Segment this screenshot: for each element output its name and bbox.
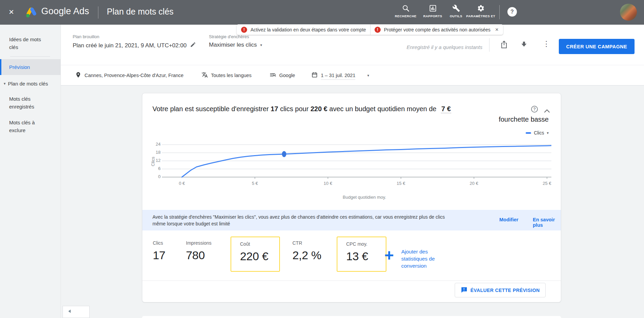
notification-divider — [370, 24, 371, 35]
info-text: Avec la stratégie d'enchères "Maximiser … — [152, 214, 457, 227]
strategy-dropdown[interactable]: Maximiser les clics ▾ — [209, 42, 262, 48]
forecast-chart-svg[interactable] — [162, 140, 551, 180]
legend-series-icon — [526, 132, 531, 134]
collapse-left-icon — [67, 309, 72, 315]
learn-more-link[interactable]: En savoir plus — [533, 217, 561, 228]
forecast-card: Votre plan est susceptible d'enregistrer… — [142, 93, 561, 302]
download-icon[interactable] — [520, 40, 528, 50]
add-conversion-link[interactable]: Ajouter des statistiques de conversion — [401, 248, 445, 269]
stat-impressions: Impressions 780 — [186, 240, 211, 262]
x-tick: 15 € — [391, 181, 411, 186]
x-tick: 20 € — [464, 181, 484, 186]
sidebar-item-plan-de-mots-cles[interactable]: ▾ Plan de mots clés — [0, 79, 61, 88]
chart-legend[interactable]: Clics ▾ — [526, 130, 549, 136]
close-icon[interactable]: × — [9, 7, 14, 17]
stat-cout-highlighted: Coût 220 € — [231, 237, 280, 272]
chevron-down-icon: ▾ — [260, 43, 262, 47]
collapse-panel-button[interactable] — [63, 306, 90, 318]
location-filter[interactable]: Cannes, Provence-Alpes-Côte d'Azur, Fran… — [75, 65, 184, 85]
x-tick: 0 € — [172, 181, 192, 186]
add-plus-icon[interactable]: + — [384, 248, 394, 263]
sidebar-item-mots-cles-a-exclure[interactable]: Mots clés à exclure — [0, 119, 61, 134]
tools-icon — [452, 7, 460, 13]
create-campaign-button[interactable]: CRÉER UNE CAMPAGNE — [559, 39, 635, 54]
x-tick: 10 € — [318, 181, 338, 186]
account-avatar[interactable] — [620, 4, 637, 21]
notification-message-2[interactable]: Protéger votre compte des activités non … — [384, 27, 491, 32]
next-card-edge — [142, 316, 561, 318]
chevron-down-icon: ▾ — [547, 131, 549, 135]
stat-ctr: CTR 2,2 % — [292, 240, 321, 262]
network-search-icon — [269, 72, 276, 79]
collapse-chevron-icon[interactable] — [544, 108, 550, 114]
help-circle-icon[interactable]: ? — [531, 106, 538, 113]
card-divider — [142, 280, 561, 281]
topbar: × Google Ads Plan de mots clés RECHERCHE… — [0, 0, 644, 25]
y-tick: 12 — [156, 158, 161, 163]
range-note: fourchette basse — [499, 116, 549, 123]
notification-close-icon[interactable]: × — [495, 26, 499, 33]
strategy-info-bar: Avec la stratégie d'enchères "Maximiser … — [142, 210, 561, 230]
y-axis-label: Clics — [150, 157, 156, 166]
nav-parametres[interactable]: PARAMÈTRES ET — [465, 4, 496, 18]
forecast-clicks-value: 17 — [271, 105, 278, 113]
location-pin-icon — [75, 72, 81, 79]
alert-icon: ! — [375, 27, 381, 33]
topbar-divider — [499, 5, 500, 19]
notification-message-1[interactable]: Activez la validation en deux étapes dan… — [251, 27, 366, 32]
google-ads-logo-icon — [25, 6, 38, 19]
expand-arrow-icon: ▾ — [4, 80, 6, 88]
header-divider — [489, 38, 490, 52]
budget-value[interactable]: 7 € — [441, 105, 452, 113]
topbar-divider — [98, 6, 98, 19]
reports-icon — [429, 7, 437, 13]
translate-icon — [201, 72, 208, 79]
feedback-icon — [461, 287, 467, 294]
help-icon[interactable]: ? — [507, 7, 517, 17]
chart-highlight-point — [282, 151, 286, 157]
more-vertical-icon[interactable]: ⋮ — [543, 40, 550, 48]
page-title: Plan de mots clés — [107, 7, 173, 17]
saved-status: Enregistré il y a quelques instants — [407, 44, 482, 50]
calendar-icon — [311, 72, 318, 79]
x-tick: 5 € — [245, 181, 265, 186]
network-filter[interactable]: Google — [269, 65, 295, 85]
notification-bar: ! Activez la validation en deux étapes d… — [237, 24, 503, 35]
modify-link[interactable]: Modifier — [499, 217, 518, 222]
search-icon — [402, 7, 410, 13]
sidebar-item-prevision[interactable]: Prévision — [0, 59, 61, 75]
y-tick: 6 — [158, 166, 161, 171]
y-tick: 18 — [156, 150, 161, 155]
filter-bar: Cannes, Provence-Alpes-Côte d'Azur, Fran… — [61, 65, 644, 85]
stat-clics: Clics 17 — [153, 240, 165, 262]
date-range-filter[interactable]: 1 – 31 juil. 2021 ▾ — [311, 65, 369, 85]
strategy-label: Stratégie d'enchères — [209, 34, 249, 39]
edit-pencil-icon[interactable] — [190, 42, 196, 49]
share-icon[interactable] — [500, 40, 508, 50]
settings-gear-icon — [477, 7, 485, 13]
language-filter[interactable]: Toutes les langues — [201, 65, 252, 85]
forecast-cost-value: 220 € — [310, 105, 327, 113]
stat-cpc-highlighted: CPC moy. 13 € — [337, 237, 386, 272]
sidebar: Idées de mots clés Prévision ▾ Plan de m… — [0, 25, 61, 318]
y-tick: 24 — [156, 142, 161, 147]
sidebar-item-idees-de-mots-cles[interactable]: Idées de mots clés — [0, 35, 61, 51]
brand-name[interactable]: Google Ads — [41, 6, 89, 17]
chevron-down-icon: ▾ — [367, 73, 369, 78]
x-tick: 25 € — [537, 181, 557, 186]
evaluate-forecast-button[interactable]: ÉVALUER CETTE PRÉVISION — [455, 283, 546, 297]
alert-icon: ! — [241, 27, 247, 33]
sidebar-divider — [10, 56, 50, 57]
y-tick: 0 — [158, 174, 161, 179]
nav-recherche[interactable]: RECHERCHE — [390, 4, 421, 18]
x-axis-label: Budget quotidien moy. — [182, 195, 547, 200]
draft-label: Plan brouillon — [73, 34, 99, 39]
plan-name[interactable]: Plan créé le juin 21, 2021, 9 AM, UTC+02… — [73, 42, 196, 49]
forecast-headline: Votre plan est susceptible d'enregistrer… — [152, 103, 528, 114]
sidebar-item-mots-cles-enregistres[interactable]: Mots clés enregistrés — [0, 95, 61, 111]
